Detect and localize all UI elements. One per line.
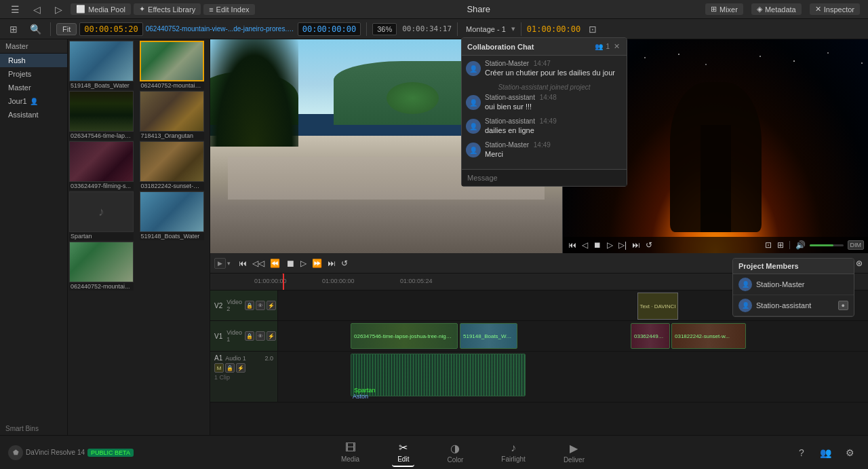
- sidebar-item-jour1[interactable]: Jour1 👤: [0, 94, 67, 108]
- r-play-btn[interactable]: ▷: [606, 239, 614, 251]
- media-item-2[interactable]: 062440752-mountain...: [140, 41, 209, 90]
- media-pool-icon: ⬜: [76, 5, 85, 14]
- track-v2-eye[interactable]: 👁: [256, 301, 265, 310]
- dim-badge: DIM: [848, 240, 865, 250]
- timeline-view-btn[interactable]: ▶: [214, 258, 226, 269]
- media-item-4[interactable]: 718413_Orangutan: [140, 91, 209, 140]
- media-item-9[interactable]: 062440752-mountai...: [69, 242, 138, 290]
- help-icon[interactable]: ?: [792, 443, 811, 462]
- nav-item-fairlight[interactable]: ♪ Fairlight: [496, 439, 531, 466]
- tl-next-btn[interactable]: ⏭: [326, 257, 337, 269]
- track-a1-lock[interactable]: 🔒: [225, 363, 235, 373]
- pm-member-2: 👤 Station-assistant ●: [733, 295, 854, 316]
- montage-dropdown-icon[interactable]: ▾: [511, 24, 515, 33]
- collaboration-chat: Collaboration Chat 👥 1 ✕ 👤 Station-Maste…: [461, 37, 627, 187]
- sidebar-item-rush[interactable]: Rush: [0, 54, 67, 67]
- tl-stop-btn[interactable]: ⏹: [284, 257, 296, 270]
- chat-msg-5: 👤 Station-Master 14:49 Merci: [466, 141, 623, 158]
- tl-loop-btn[interactable]: ↺: [340, 257, 349, 269]
- timeline-dropdown-icon[interactable]: ▾: [227, 260, 231, 267]
- track-v2-label: V2 Video 2 🔒 👁 ⚡: [210, 290, 278, 320]
- top-bar: ☰ ◁ ▷ ⬜ Media Pool ✦ Effects Library ≡ E…: [0, 0, 868, 19]
- r-pip-btn[interactable]: ⊞: [776, 239, 785, 251]
- r-loop-btn[interactable]: ↺: [644, 239, 654, 251]
- chat-content-1: Station-Master 14:47 Créer un chutier po…: [485, 60, 623, 77]
- fullscreen-icon[interactable]: ⊡: [583, 20, 602, 39]
- duration-label: 00:00:34:17: [402, 24, 452, 33]
- nav-item-color[interactable]: ◑ Color: [441, 439, 469, 466]
- timeline-transport-controls: ⏮ ◁ ⏹ ▷ ▷| ⏭ ↺ ⊡ ⊞ 🔊 DIM: [563, 237, 868, 253]
- media-item-1[interactable]: 519148_Boats_Water: [69, 41, 138, 90]
- r-fullscreen-btn[interactable]: ⊡: [764, 239, 773, 251]
- clip-boats[interactable]: 519148_Boats_Water: [460, 323, 517, 349]
- track-v1-lock[interactable]: 🔒: [245, 331, 254, 341]
- r-step-back-btn[interactable]: ◁: [580, 239, 589, 251]
- fit-button[interactable]: Fit: [56, 23, 77, 35]
- nav-item-media[interactable]: 🎞 Media: [336, 439, 365, 466]
- app-menu-icon[interactable]: ☰: [5, 0, 24, 19]
- track-v1-eye[interactable]: 👁: [256, 331, 265, 341]
- forward-icon[interactable]: ▷: [49, 0, 68, 19]
- resolve-icon: ⬟: [8, 445, 23, 460]
- tl-prev-btn[interactable]: ⏮: [237, 257, 248, 269]
- montage-label[interactable]: Montage - 1: [466, 25, 506, 33]
- r-prev-btn[interactable]: ⏮: [567, 239, 578, 251]
- mixer-button[interactable]: ⊞ Mixer: [705, 3, 743, 15]
- media-pool-button[interactable]: ⬜ Media Pool: [71, 3, 131, 15]
- clip-spartan[interactable]: Spartan: [351, 354, 526, 396]
- pm-badge-2: ●: [838, 301, 848, 310]
- back-icon[interactable]: ◁: [27, 0, 46, 19]
- tl-fwd-btn[interactable]: ⏩: [311, 257, 323, 269]
- collab-close-btn[interactable]: ✕: [612, 41, 621, 52]
- metadata-icon: ◈: [757, 5, 762, 14]
- bar-separator-4: [521, 22, 521, 36]
- ruler-time-0: 01:00:00:00: [254, 278, 287, 284]
- r-vol-slider[interactable]: [810, 244, 844, 246]
- users-icon[interactable]: 👥: [816, 443, 835, 462]
- sidebar-item-assistant[interactable]: Assistant: [0, 108, 67, 121]
- r-step-fwd-btn[interactable]: ▷|: [617, 239, 628, 251]
- track-v1-content[interactable]: 026347546-time-lapse-joshua-tree-night-4…: [278, 321, 868, 351]
- media-item-7[interactable]: ♪ Spartan: [69, 191, 138, 240]
- track-a1-content[interactable]: Spartan Aston: [278, 352, 868, 402]
- inspector-button[interactable]: ✕ Inspector: [810, 3, 860, 15]
- r-vol-btn[interactable]: 🔊: [794, 239, 807, 251]
- grid-icon[interactable]: ⊞: [4, 20, 23, 39]
- settings-icon[interactable]: ⚙: [841, 443, 860, 462]
- track-a1-fx[interactable]: ⚡: [236, 363, 245, 373]
- nav-item-deliver[interactable]: ▶ Deliver: [558, 439, 590, 466]
- track-v1-fx[interactable]: ⚡: [267, 331, 276, 341]
- user-icon: 👤: [30, 98, 38, 105]
- color-nav-icon: ◑: [450, 442, 460, 455]
- metadata-button[interactable]: ◈ Metadata: [751, 3, 802, 15]
- r-separator: [789, 241, 790, 249]
- clip-sunset[interactable]: 031822242-sunset-w...: [671, 323, 746, 349]
- edit-index-button[interactable]: ≡ Edit Index: [203, 4, 254, 15]
- media-item-8[interactable]: 519148_Boats_Water: [140, 191, 209, 240]
- sidebar-item-master[interactable]: Master: [0, 81, 67, 94]
- r-next-btn[interactable]: ⏭: [631, 239, 642, 251]
- search-icon[interactable]: 🔍: [26, 20, 45, 39]
- media-item-5[interactable]: 033624497-filming-s...: [69, 141, 138, 190]
- text-clip-davinci[interactable]: Text · DAVINCI: [637, 293, 678, 320]
- tl-rewind-btn[interactable]: ⏪: [269, 257, 281, 269]
- media-item-3[interactable]: 026347546-time-laps...: [69, 91, 138, 140]
- app-title: Share: [260, 4, 697, 14]
- nav-item-edit[interactable]: ✂ Edit: [392, 438, 414, 467]
- media-item-6[interactable]: 031822242-sunset-w...: [140, 141, 209, 190]
- sidebar-item-projets[interactable]: Projets: [0, 67, 67, 81]
- clip-timelapse[interactable]: 026347546-time-lapse-joshua-tree-night-4: [351, 323, 458, 349]
- smart-bins-label: Smart Bins: [0, 419, 67, 435]
- track-a1-mute[interactable]: M: [214, 363, 224, 373]
- tl-play-btn[interactable]: ▷: [299, 257, 308, 269]
- chat-avatar-5: 👤: [466, 143, 481, 157]
- effects-library-button[interactable]: ✦ Effects Library: [134, 3, 201, 15]
- r-stop-btn[interactable]: ⏹: [592, 239, 603, 251]
- tl-step-back-btn[interactable]: ◁◁: [251, 257, 266, 269]
- clip-filming[interactable]: 033624497-fil...: [631, 323, 670, 349]
- message-input[interactable]: [462, 170, 627, 186]
- tl-tool3[interactable]: ⊛: [854, 257, 864, 269]
- zoom-level[interactable]: 36%: [372, 23, 397, 35]
- track-v2-fx[interactable]: ⚡: [267, 301, 276, 310]
- track-v2-lock[interactable]: 🔒: [245, 301, 254, 310]
